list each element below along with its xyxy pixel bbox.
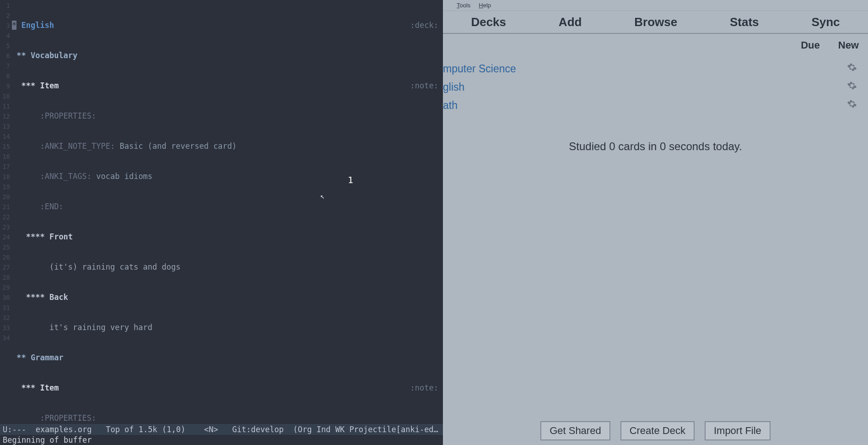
study-summary: Studied 0 cards in 0 seconds today. <box>443 140 868 153</box>
deck-row[interactable]: ath <box>443 96 868 114</box>
tag-deck: :deck: <box>410 20 438 30</box>
deck-list-header: Due New <box>443 34 868 57</box>
anki-window: Tools Help Decks Add Browse Stats Sync D… <box>443 0 868 445</box>
create-deck-button[interactable]: Create Deck <box>620 421 695 440</box>
mouse-cursor-icon: ↖ <box>320 191 325 201</box>
deck-name[interactable]: glish <box>443 81 847 93</box>
anki-bottom-bar: Get Shared Create Deck Import File <box>443 421 868 440</box>
gear-icon[interactable] <box>847 62 857 75</box>
import-file-button[interactable]: Import File <box>705 421 771 440</box>
emacs-editor-pane: 1 2 3 4 5 6 7 8 9 10 11 12 13 14 15 16 1… <box>0 0 443 445</box>
menu-help[interactable]: Help <box>479 2 491 9</box>
deck-name[interactable]: mputer Science <box>443 63 847 75</box>
line-number-gutter: 1 2 3 4 5 6 7 8 9 10 11 12 13 14 15 16 1… <box>0 0 12 343</box>
tag-note: :note: <box>410 81 438 91</box>
deck-list: mputer Science glish ath <box>443 57 868 114</box>
tab-sync[interactable]: Sync <box>811 15 840 29</box>
anki-tabs: Decks Add Browse Stats Sync <box>443 11 868 34</box>
header-new: New <box>838 39 859 51</box>
emacs-modeline: U:--- examples.org Top of 1.5k (1,0) <N>… <box>0 424 443 435</box>
anki-menu-bar: Tools Help <box>443 0 868 11</box>
menu-tools[interactable]: Tools <box>457 2 470 9</box>
tab-add[interactable]: Add <box>559 15 582 29</box>
deck-row[interactable]: glish <box>443 78 868 96</box>
overlay-number: 1 <box>348 175 353 185</box>
emacs-minibuffer: Beginning of buffer <box>0 435 443 445</box>
deck-row[interactable]: mputer Science <box>443 60 868 78</box>
tab-decks[interactable]: Decks <box>471 15 506 29</box>
header-due: Due <box>801 39 820 51</box>
gear-icon[interactable] <box>847 99 857 112</box>
gear-icon[interactable] <box>847 81 857 93</box>
get-shared-button[interactable]: Get Shared <box>540 421 610 440</box>
tab-stats[interactable]: Stats <box>730 15 759 29</box>
code-area[interactable]: * English:deck: ** Vocabulary *** Item:n… <box>12 0 443 424</box>
tab-browse[interactable]: Browse <box>634 15 677 29</box>
deck-name[interactable]: ath <box>443 99 847 112</box>
